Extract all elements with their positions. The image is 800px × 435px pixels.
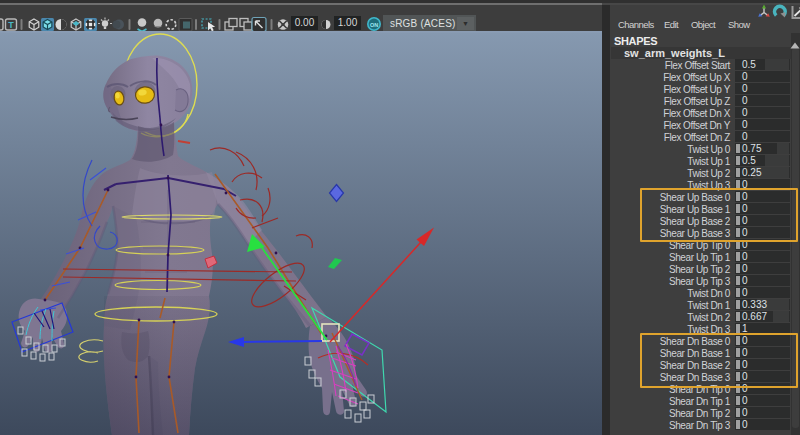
svg-text:ON: ON <box>370 22 378 28</box>
svg-text:T: T <box>8 20 14 30</box>
